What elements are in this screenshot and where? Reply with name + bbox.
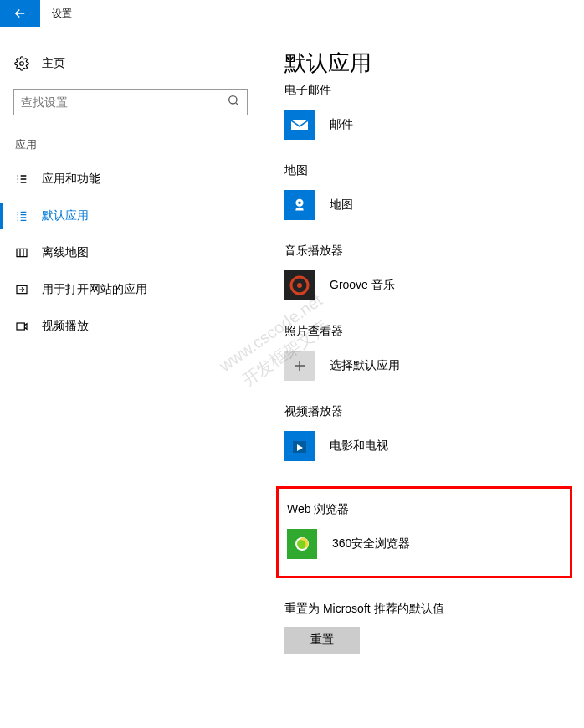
section-label-web: Web 浏览器 (287, 502, 561, 517)
plus-icon (284, 351, 315, 381)
section-label-photo: 照片查看器 (284, 324, 567, 339)
default-app-maps[interactable]: 地图 (284, 188, 567, 222)
page-title: 默认应用 (284, 49, 567, 78)
titlebar: 设置 (0, 0, 584, 27)
sidebar-item-video-playback[interactable]: 视频播放 (13, 308, 251, 345)
window-title: 设置 (52, 7, 72, 21)
app-name: 360安全浏览器 (332, 536, 410, 551)
open-app-icon (13, 283, 30, 296)
section-label-email: 电子邮件 (284, 83, 567, 98)
sidebar-item-default-apps[interactable]: 默认应用 (13, 197, 251, 234)
section-label-music: 音乐播放器 (284, 244, 567, 259)
svg-rect-4 (17, 323, 24, 330)
highlight-web-browser: Web 浏览器 360安全浏览器 (276, 486, 572, 578)
sidebar-item-offline-maps[interactable]: 离线地图 (13, 234, 251, 271)
sidebar-item-apps-features[interactable]: 应用和功能 (13, 161, 251, 197)
gear-icon (13, 56, 30, 71)
sidebar-category: 应用 (13, 137, 251, 152)
svg-point-8 (297, 283, 302, 288)
svg-rect-2 (17, 249, 27, 256)
mail-icon (284, 110, 315, 140)
search-box[interactable] (13, 89, 248, 115)
back-button[interactable] (0, 0, 40, 27)
groove-icon (284, 270, 315, 300)
sidebar-item-label: 离线地图 (42, 245, 89, 260)
default-app-email[interactable]: 邮件 (284, 108, 567, 141)
reset-label: 重置为 Microsoft 推荐的默认值 (284, 602, 567, 617)
svg-point-1 (229, 96, 237, 104)
maps-app-icon (284, 190, 315, 220)
default-app-photo[interactable]: 选择默认应用 (284, 349, 567, 382)
svg-point-6 (298, 201, 301, 204)
content: 默认应用 电子邮件 邮件 地图 地图 音乐播放器 Groove 音乐 照片查看器 (251, 49, 584, 654)
sidebar: 主页 应用 应用和功能 默认应用 离线地图 (0, 49, 251, 654)
list-icon (13, 172, 30, 186)
sidebar-home-label: 主页 (42, 56, 65, 71)
section-label-maps: 地图 (284, 163, 567, 178)
sidebar-item-label: 应用和功能 (42, 172, 100, 187)
section-label-video: 视频播放器 (284, 404, 567, 419)
app-name: 地图 (330, 197, 353, 213)
map-icon (13, 246, 30, 259)
default-app-video[interactable]: 电影和电视 (284, 429, 567, 463)
default-apps-icon (13, 209, 30, 223)
browser-360-icon (287, 529, 317, 559)
search-input[interactable] (21, 95, 227, 109)
app-name: 电影和电视 (330, 438, 388, 454)
sidebar-item-label: 用于打开网站的应用 (42, 282, 147, 297)
reset-button[interactable]: 重置 (284, 627, 360, 654)
app-name: 邮件 (330, 117, 353, 132)
movies-tv-icon (284, 431, 315, 461)
sidebar-home[interactable]: 主页 (13, 49, 251, 79)
sidebar-item-label: 默认应用 (42, 208, 89, 223)
sidebar-item-web-apps[interactable]: 用于打开网站的应用 (13, 271, 251, 308)
default-app-music[interactable]: Groove 音乐 (284, 269, 567, 302)
default-app-web[interactable]: 360安全浏览器 (287, 527, 561, 561)
svg-point-0 (20, 62, 24, 66)
search-icon (227, 94, 240, 110)
app-name: Groove 音乐 (330, 278, 395, 293)
video-icon (13, 320, 30, 333)
sidebar-item-label: 视频播放 (42, 319, 89, 334)
app-name: 选择默认应用 (330, 358, 400, 373)
